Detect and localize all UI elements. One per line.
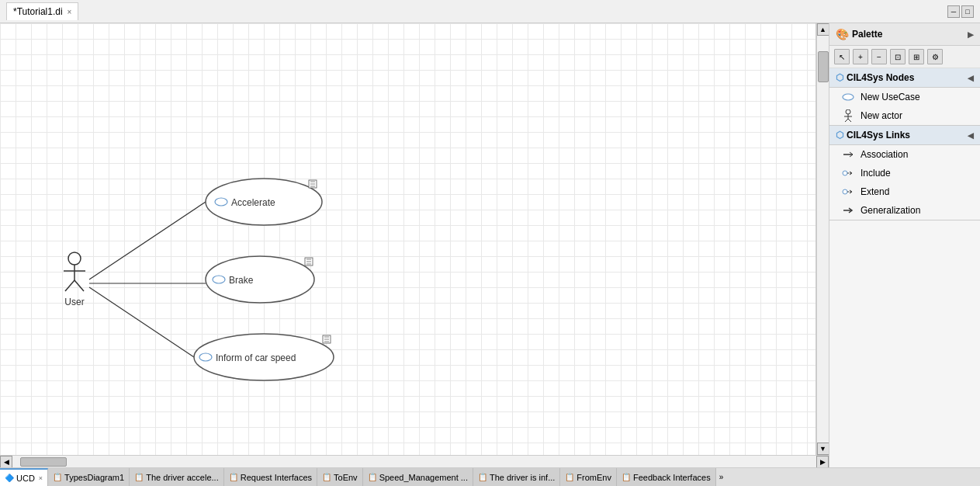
main-area: Accelerate Brake xyxy=(0,23,980,467)
tab-types[interactable]: 📋 TypesDiagram1 xyxy=(48,468,130,486)
scroll-left-arrow[interactable]: ◀ xyxy=(0,456,12,468)
driver-accel-tab-label: The driver accele... xyxy=(146,473,219,482)
fromenv-tab-label: FromEnv xyxy=(577,473,611,482)
links-section-label: CIL4Sys Links xyxy=(847,130,910,141)
editor-tab[interactable]: *Tutorial1.di × xyxy=(6,2,78,20)
generalization-item[interactable]: Generalization xyxy=(829,201,980,220)
svg-rect-11 xyxy=(305,258,313,266)
svg-point-22 xyxy=(199,353,212,361)
settings-button[interactable]: ⚙ xyxy=(927,49,943,64)
fit-button[interactable]: ⊡ xyxy=(890,49,906,64)
new-usecase-item[interactable]: New UseCase xyxy=(829,88,980,106)
nodes-section: ⬡ CIL4Sys Nodes ◀ New UseCase xyxy=(829,68,980,126)
horizontal-scrollbar[interactable]: ◀ ▶ xyxy=(0,455,829,467)
links-section: ⬡ CIL4Sys Links ◀ Association xyxy=(829,126,980,220)
generalization-icon xyxy=(842,204,854,217)
vscroll-thumb[interactable] xyxy=(818,51,829,82)
extend-item[interactable]: Extend xyxy=(829,182,980,201)
svg-point-31 xyxy=(846,109,850,114)
links-section-icon: ⬡ xyxy=(836,130,843,141)
select-tool-button[interactable]: ↖ xyxy=(834,49,850,64)
tab-title: *Tutorial1.di xyxy=(13,6,63,17)
scroll-right-arrow[interactable]: ▶ xyxy=(816,456,829,468)
nodes-section-label: CIL4Sys Nodes xyxy=(847,72,914,83)
title-bar: *Tutorial1.di × ─ □ xyxy=(0,0,980,23)
svg-point-17 xyxy=(194,334,334,380)
svg-line-2 xyxy=(89,287,194,357)
svg-point-39 xyxy=(843,189,847,194)
zoom-in-button[interactable]: + xyxy=(853,49,868,64)
tab-toenv[interactable]: 📋 ToEnv xyxy=(317,468,363,486)
types-tab-icon: 📋 xyxy=(53,473,62,481)
svg-text:Accelerate: Accelerate xyxy=(231,197,275,208)
ucd-tab-label: UCD xyxy=(16,474,35,483)
driver-inf-tab-label: The driver is inf... xyxy=(490,473,555,482)
maximize-button[interactable]: □ xyxy=(961,5,974,18)
nodes-collapse-button[interactable]: ◀ xyxy=(968,74,974,82)
links-collapse-button[interactable]: ◀ xyxy=(968,131,974,140)
zoom-out-button[interactable]: − xyxy=(871,49,887,64)
palette-collapse-button[interactable]: ▶ xyxy=(968,30,974,39)
usecase-inform[interactable]: Inform of car speed xyxy=(194,334,334,380)
svg-point-37 xyxy=(843,171,847,175)
svg-point-10 xyxy=(206,256,314,303)
toenv-tab-label: ToEnv xyxy=(334,473,358,482)
tab-ucd[interactable]: 🔷 UCD × xyxy=(0,468,48,486)
actor-user[interactable]: User xyxy=(64,252,85,307)
palette-header[interactable]: 🎨 Palette ▶ xyxy=(829,23,980,46)
svg-rect-4 xyxy=(309,180,317,188)
speed-tab-icon: 📋 xyxy=(368,473,377,481)
nodes-section-header[interactable]: ⬡ CIL4Sys Nodes ◀ xyxy=(829,68,980,88)
svg-point-3 xyxy=(206,179,322,225)
include-label: Include xyxy=(861,168,891,179)
window-controls: ─ □ xyxy=(947,5,974,18)
tab-request[interactable]: 📋 Request Interfaces xyxy=(224,468,317,486)
speed-tab-label: Speed_Management ... xyxy=(379,473,468,482)
types-tab-label: TypesDiagram1 xyxy=(64,473,124,482)
feedback-tab-icon: 📋 xyxy=(622,473,631,481)
links-section-header[interactable]: ⬡ CIL4Sys Links ◀ xyxy=(829,126,980,145)
minimize-button[interactable]: ─ xyxy=(947,5,960,18)
ucd-tab-close[interactable]: × xyxy=(39,474,43,482)
usecase-accelerate[interactable]: Accelerate xyxy=(206,179,322,225)
svg-line-34 xyxy=(845,119,848,122)
include-item[interactable]: Include xyxy=(829,164,980,182)
new-actor-item[interactable]: New actor xyxy=(829,106,980,125)
hscroll-thumb[interactable] xyxy=(20,457,67,467)
svg-line-27 xyxy=(65,280,74,291)
svg-point-15 xyxy=(213,276,225,283)
palette-toolbar: ↖ + − ⊡ ⊞ ⚙ xyxy=(829,46,980,68)
scroll-down-arrow[interactable]: ▼ xyxy=(817,443,829,455)
tab-overflow-button[interactable]: » xyxy=(716,473,727,481)
palette-icon: 🎨 xyxy=(836,28,849,40)
svg-point-8 xyxy=(215,198,227,206)
svg-point-24 xyxy=(68,252,81,265)
extend-label: Extend xyxy=(861,186,889,197)
usecase-icon xyxy=(842,91,854,103)
association-item[interactable]: Association xyxy=(829,145,980,164)
svg-line-35 xyxy=(848,119,851,122)
include-icon xyxy=(842,167,854,179)
usecase-brake[interactable]: Brake xyxy=(206,256,314,303)
tab-speed[interactable]: 📋 Speed_Management ... xyxy=(363,468,473,486)
grid-button[interactable]: ⊞ xyxy=(909,49,924,64)
hscroll-track[interactable] xyxy=(12,456,816,467)
extend-icon xyxy=(842,186,854,198)
diagram-canvas[interactable]: Accelerate Brake xyxy=(0,23,816,455)
request-tab-icon: 📋 xyxy=(229,473,238,481)
svg-point-30 xyxy=(843,94,854,100)
tab-driver-inf[interactable]: 📋 The driver is inf... xyxy=(473,468,560,486)
tab-fromenv[interactable]: 📋 FromEnv xyxy=(560,468,617,486)
generalization-label: Generalization xyxy=(861,205,920,216)
actor-icon xyxy=(842,109,854,122)
fromenv-tab-icon: 📋 xyxy=(565,473,574,481)
svg-line-28 xyxy=(74,280,84,291)
tab-driver-accel[interactable]: 📋 The driver accele... xyxy=(130,468,224,486)
driver-inf-tab-icon: 📋 xyxy=(478,473,487,481)
vertical-scrollbar[interactable]: ▲ ▼ xyxy=(816,23,829,455)
scroll-up-arrow[interactable]: ▲ xyxy=(817,23,829,36)
feedback-tab-label: Feedback Interfaces xyxy=(633,473,711,482)
toenv-tab-icon: 📋 xyxy=(322,473,331,481)
tab-feedback[interactable]: 📋 Feedback Interfaces xyxy=(617,468,716,486)
tab-close-button[interactable]: × xyxy=(68,8,72,16)
